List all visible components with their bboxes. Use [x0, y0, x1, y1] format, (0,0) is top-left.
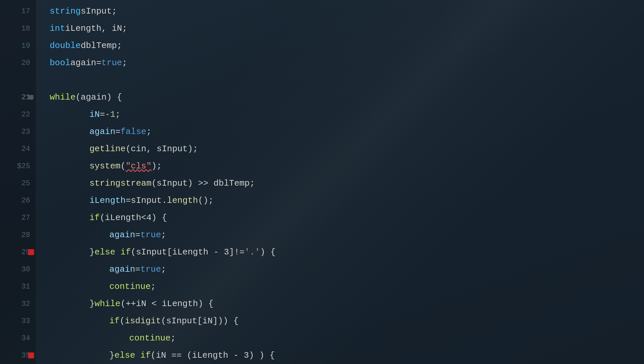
token-punct: (again) { [76, 89, 122, 106]
code-line-27: if (iLength < 4) { [50, 209, 644, 226]
line-num-23: 23 [0, 123, 36, 140]
code-line-24: getline (cin, sInput); [50, 140, 644, 158]
token-op: < [141, 209, 146, 226]
line-num-33: 33 [0, 312, 36, 330]
line-num-28: 28 [0, 226, 36, 244]
token-type: string [50, 3, 81, 20]
code-area: string sInput; int iLength, iN; double d… [36, 0, 644, 364]
token-type: int [50, 20, 65, 37]
token-num: -1 [105, 106, 115, 123]
token-punct: ; [115, 106, 121, 123]
token-op: != [234, 244, 244, 261]
code-line-25b: stringstream (sInput) >> dblTemp; [50, 175, 644, 192]
token-bool: false [121, 123, 146, 140]
token-ident: iLength, iN; [65, 20, 127, 37]
line-num-19: 19 [0, 37, 36, 54]
line-num-20: 20 [0, 54, 36, 71]
line-num-17: 17 [0, 3, 36, 20]
token-kw: else if [95, 244, 131, 261]
line-num-21: 21 [0, 89, 36, 106]
token-punct: ; [161, 226, 166, 244]
token-bool: true [140, 261, 161, 278]
token-punct: ; [151, 278, 156, 295]
token-punct: (iLength [100, 209, 141, 226]
token-op: = [100, 106, 105, 123]
code-line-23: again = false ; [50, 123, 644, 140]
token-punct: } [89, 244, 95, 261]
token-func: stringstream [89, 175, 151, 192]
line-num-31: 31 [0, 278, 36, 295]
code-line-29: } else if (sInput[iLength - 3] != '.' ) … [50, 244, 644, 261]
code-line-19: double dblTemp; [50, 37, 644, 54]
line-num-29: 29 [0, 244, 36, 261]
code-line-21: while (again) { [50, 89, 644, 106]
line-num-25a: $25 [0, 158, 36, 175]
line-num-26: 26 [0, 192, 36, 209]
token-kw: continue [109, 278, 151, 295]
token-punct: (cin, sInput); [126, 140, 198, 158]
token-kw: if [89, 209, 100, 226]
token-type: bool [50, 54, 70, 71]
code-line-blank [50, 71, 644, 89]
token-op: = [135, 261, 140, 278]
line-num-35: 35 [0, 347, 36, 364]
token-punct: (); [198, 192, 214, 209]
token-punct: ( [121, 158, 126, 175]
token-punct: 4) { [146, 209, 167, 226]
token-kw: continue [129, 330, 171, 347]
token-op: = [115, 123, 121, 140]
token-punct: (sInput) >> dblTemp; [151, 175, 255, 192]
editor-container: 17 18 19 20 21 22 23 24 $25 25 26 27 28 … [0, 0, 644, 364]
line-number-gutter: 17 18 19 20 21 22 23 24 $25 25 26 27 28 … [0, 0, 36, 364]
code-line-34: continue ; [50, 330, 644, 347]
token-punct: ; [171, 330, 176, 347]
token-ident: sInput; [81, 3, 117, 20]
code-line-20: bool again = true ; [50, 54, 644, 71]
line-num-30: 30 [0, 261, 36, 278]
token-punct: (sInput[iLength - 3] [131, 244, 234, 261]
token-str: '.' [244, 244, 260, 261]
line-num-24: 24 [0, 140, 36, 158]
line-num-32: 32 [0, 295, 36, 312]
token-func: system [89, 158, 121, 175]
code-line-32: } while (++iN < iLength) { [50, 295, 644, 312]
token-punct: (iN == (iLength - 3) ) { [151, 347, 275, 364]
token-var: again [109, 261, 135, 278]
token-kw: else if [115, 347, 151, 364]
line-num-22: 22 [0, 106, 36, 123]
token-bool: true [140, 226, 161, 244]
token-op: = [135, 226, 140, 244]
token-punct: ( [120, 312, 125, 330]
line-num-34: 34 [0, 330, 36, 347]
token-ident: dblTemp; [81, 37, 122, 54]
token-punct: ); [151, 158, 162, 175]
token-kw-while: while [50, 89, 76, 106]
code-line-22: iN = -1 ; [50, 106, 644, 123]
token-punct: (++iN < iLength) { [121, 295, 214, 312]
token-bool: true [101, 54, 122, 71]
code-line-26: iLength = sInput. length (); [50, 192, 644, 209]
line-num-25b: 25 [0, 175, 36, 192]
code-line-33: if ( isdigit (sInput[iN])) { [50, 312, 644, 330]
token-punct: } [89, 295, 95, 312]
token-type: double [50, 37, 81, 54]
code-line-28: again = true ; [50, 226, 644, 244]
line-num-18: 18 [0, 20, 36, 37]
token-var: iLength [89, 192, 126, 209]
token-var: iN [89, 106, 100, 123]
token-punct: ; [122, 54, 127, 71]
token-func: getline [89, 140, 126, 158]
line-num-blank [0, 71, 36, 89]
token-op: = [96, 54, 101, 71]
token-punct: ) { [260, 244, 276, 261]
code-line-18: int iLength, iN; [50, 20, 644, 37]
token-kw: while [95, 295, 121, 312]
token-kw: if [109, 312, 120, 330]
token-str-err: "cls" [126, 158, 151, 175]
token-op: = [126, 192, 131, 209]
token-method: length [167, 192, 198, 209]
code-line-35a: } else if (iN == (iLength - 3) ) { [50, 347, 644, 364]
token-ident: again [70, 54, 96, 71]
code-line-25a: system ( "cls" ); [50, 158, 644, 175]
token-ident: sInput. [131, 192, 167, 209]
